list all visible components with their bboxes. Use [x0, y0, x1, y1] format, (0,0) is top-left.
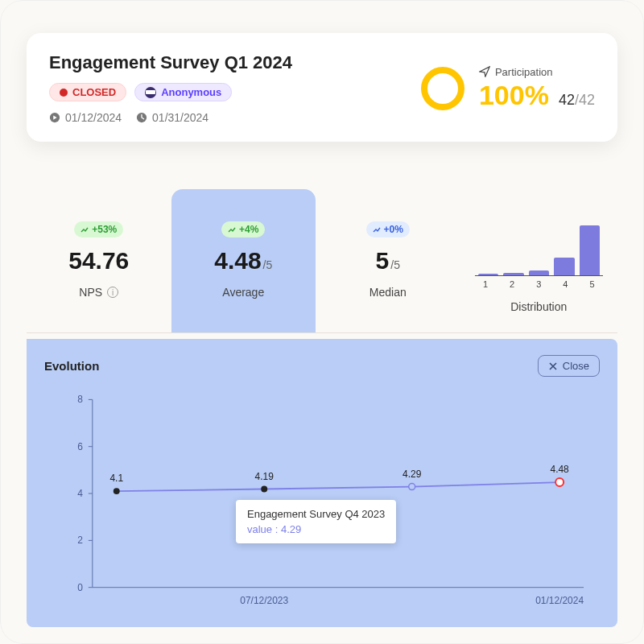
evolution-tooltip: Engagement Survey Q4 2023 value : 4.29 [236, 500, 396, 543]
svg-text:4.48: 4.48 [551, 464, 570, 475]
nps-delta-text: +53% [92, 224, 117, 235]
end-date-text: 01/31/2024 [152, 111, 208, 124]
distribution-tick: 3 [528, 279, 550, 289]
evolution-panel: Evolution Close 0246807/12/202301/12/202… [27, 339, 617, 627]
svg-text:8: 8 [77, 394, 83, 405]
trend-up-icon [373, 225, 381, 233]
distribution-bars [475, 221, 604, 276]
nps-delta-badge: +53% [74, 221, 123, 237]
svg-text:0: 0 [77, 582, 83, 593]
metric-nps[interactable]: +53% 54.76 NPS i [27, 189, 171, 332]
participation-summary: Participation 100% 42/42 [421, 66, 595, 111]
participation-total: 42 [579, 92, 595, 108]
info-icon[interactable]: i [107, 287, 118, 298]
svg-point-21 [409, 484, 415, 490]
svg-text:4.19: 4.19 [255, 471, 275, 482]
median-delta-text: +0% [384, 224, 403, 235]
start-date-text: 01/12/2024 [65, 111, 122, 124]
svg-text:4: 4 [77, 488, 83, 499]
svg-text:4.29: 4.29 [402, 469, 422, 480]
distribution-bar [580, 225, 601, 275]
trend-up-icon [228, 225, 236, 233]
distribution-tick: 4 [555, 279, 576, 289]
distribution-tick: 2 [502, 279, 523, 289]
median-value: 5 [376, 247, 390, 274]
evolution-title: Evolution [44, 359, 99, 373]
participation-label: Participation [495, 66, 553, 78]
distribution-name: Distribution [475, 300, 604, 313]
metric-median[interactable]: +0% 5/5 Median [316, 189, 460, 332]
survey-header-left: Engagement Survey Q1 2024 CLOSED Anonymo… [49, 52, 421, 124]
status-pill-closed: CLOSED [49, 83, 126, 101]
nps-value: 54.76 [35, 247, 163, 275]
svg-point-23 [555, 478, 564, 486]
end-date: 01/31/2024 [136, 111, 208, 124]
metrics-row: +53% 54.76 NPS i +4% 4.48/5 Average +0% [27, 189, 617, 333]
status-dot-icon [60, 89, 68, 97]
participation-done: 42 [559, 92, 575, 108]
average-delta-text: +4% [239, 224, 258, 235]
svg-point-19 [261, 486, 267, 493]
median-name: Median [324, 286, 452, 299]
svg-point-17 [114, 488, 120, 494]
survey-dashboard: Engagement Survey Q1 2024 CLOSED Anonymo… [0, 0, 644, 644]
incognito-icon [145, 87, 156, 98]
median-max: /5 [390, 258, 400, 271]
anonymous-pill: Anonymous [134, 83, 232, 101]
metric-average[interactable]: +4% 4.48/5 Average [171, 189, 316, 332]
tooltip-value: value : 4.29 [247, 523, 385, 535]
survey-title: Engagement Survey Q1 2024 [49, 52, 421, 73]
participation-percent: 100% [479, 80, 549, 111]
average-value: 4.48 [214, 247, 261, 274]
nps-name: NPS [79, 286, 102, 299]
status-pill-label: CLOSED [72, 86, 116, 98]
svg-text:01/12/2024: 01/12/2024 [535, 595, 584, 606]
survey-header-card: Engagement Survey Q1 2024 CLOSED Anonymo… [27, 33, 617, 142]
send-icon [479, 66, 490, 77]
distribution-tick: 1 [475, 279, 497, 289]
svg-text:07/12/2023: 07/12/2023 [240, 595, 288, 606]
play-circle-icon [49, 112, 60, 123]
average-max: /5 [263, 258, 273, 271]
average-delta-badge: +4% [221, 221, 265, 237]
svg-text:6: 6 [77, 441, 83, 452]
svg-text:4.1: 4.1 [109, 473, 123, 484]
svg-text:2: 2 [77, 535, 83, 546]
close-button-label: Close [563, 360, 589, 372]
tooltip-title: Engagement Survey Q4 2023 [247, 508, 385, 520]
clock-icon [136, 112, 147, 123]
distribution-labels: 12345 [475, 279, 604, 289]
distribution-bar [529, 270, 550, 275]
participation-ring-icon [421, 67, 464, 110]
anonymous-pill-label: Anonymous [161, 86, 221, 98]
distribution-bar [554, 258, 575, 275]
average-name: Average [180, 286, 308, 299]
metric-distribution[interactable]: 12345 Distribution [460, 189, 618, 332]
close-icon [548, 361, 558, 371]
distribution-bar [503, 273, 524, 275]
evolution-plot: 0246807/12/202301/12/20244.14.194.294.48… [44, 388, 600, 620]
trend-up-icon [80, 225, 89, 233]
distribution-tick: 5 [581, 279, 603, 289]
median-delta-badge: +0% [366, 221, 410, 237]
start-date: 01/12/2024 [49, 111, 122, 124]
distribution-bar [478, 274, 499, 275]
close-button[interactable]: Close [538, 355, 600, 377]
